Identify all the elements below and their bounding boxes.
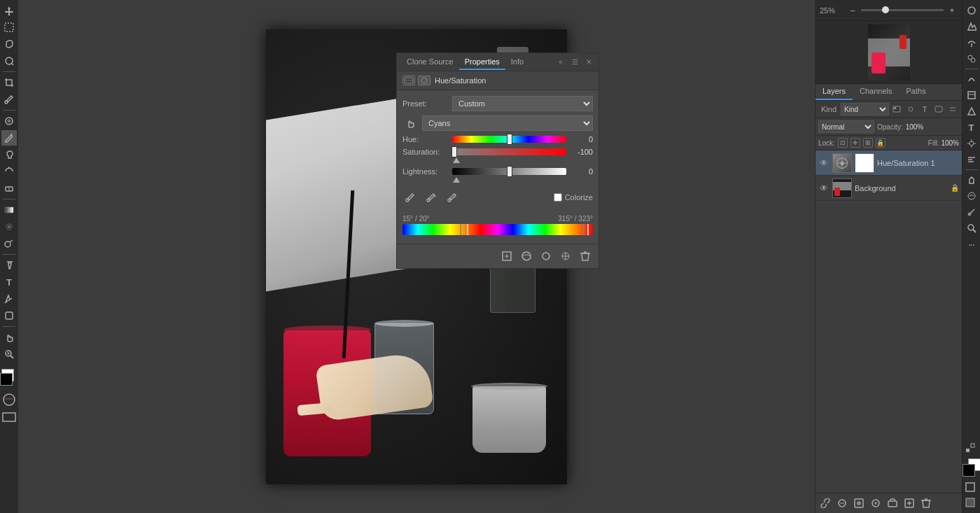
zoom-tool[interactable]: [1, 346, 17, 362]
layer-adj-btn[interactable]: [869, 496, 883, 510]
change-screen-btn[interactable]: [2, 412, 16, 423]
kind-filter-shape[interactable]: [932, 103, 945, 115]
layer-style-btn[interactable]: [835, 496, 849, 510]
fg-swatch-right[interactable]: [962, 464, 975, 477]
layer-group-btn[interactable]: [886, 496, 899, 510]
lasso-tool[interactable]: [1, 36, 17, 52]
layer-visibility-hue-sat[interactable]: 👁: [818, 157, 830, 169]
zoom-slider-thumb[interactable]: [882, 6, 889, 13]
right-tool-6[interactable]: [964, 87, 979, 103]
eyedropper-btn[interactable]: [402, 190, 418, 205]
lock-pixel-btn[interactable]: ⊡: [838, 138, 848, 148]
quick-select-tool[interactable]: [1, 53, 17, 69]
blend-mode-select[interactable]: Normal: [818, 120, 874, 133]
right-tool-9[interactable]: [964, 136, 979, 151]
right-tool-4[interactable]: [964, 51, 979, 66]
right-tool-bottom-3[interactable]: [962, 495, 978, 510]
channel-hand-icon[interactable]: [402, 115, 418, 131]
zoom-out-btn[interactable]: –: [847, 5, 858, 16]
pen-tool[interactable]: [1, 258, 17, 273]
kind-select[interactable]: Kind: [841, 103, 889, 115]
panel-menu-btn[interactable]: ☰: [569, 57, 580, 68]
layer-mask-btn[interactable]: [852, 496, 866, 510]
tab-channels[interactable]: Channels: [853, 84, 899, 100]
right-tool-13[interactable]: [964, 204, 979, 220]
kind-filter-adj[interactable]: [904, 103, 917, 115]
lock-position-btn[interactable]: ✛: [850, 138, 860, 148]
brush-tool[interactable]: [1, 130, 17, 146]
hue-slider-thumb[interactable]: [507, 134, 512, 145]
panel-delete-btn[interactable]: [578, 248, 593, 264]
right-tool-zoom[interactable]: [964, 220, 979, 236]
hue-slider-track[interactable]: [452, 136, 566, 143]
right-tool-10[interactable]: [964, 152, 979, 167]
panel-collapse-btn[interactable]: «: [555, 57, 566, 68]
kind-filter-type[interactable]: T: [918, 103, 931, 115]
svg-line-3: [11, 63, 13, 65]
panel-btn-2[interactable]: [519, 248, 534, 264]
channel-select[interactable]: Cyans: [422, 115, 593, 131]
lock-all-btn[interactable]: 🔒: [876, 138, 886, 148]
svg-marker-27: [453, 177, 460, 183]
colorize-checkbox[interactable]: [554, 193, 562, 202]
hand-tool[interactable]: [1, 330, 17, 345]
right-tool-11[interactable]: [964, 172, 979, 188]
layer-item-hue-sat[interactable]: 👁 Hue/Saturation 1: [816, 150, 962, 176]
panel-btn-3[interactable]: [538, 248, 554, 264]
svg-point-4: [5, 101, 8, 104]
layer-item-background[interactable]: 👁 Background 🔒: [816, 176, 962, 201]
lock-artboard-btn[interactable]: ⊞: [863, 138, 873, 148]
right-tool-1[interactable]: [964, 3, 979, 18]
layer-add-btn[interactable]: [902, 496, 916, 510]
marquee-tool[interactable]: [1, 20, 17, 35]
right-tool-2[interactable]: [964, 19, 979, 34]
kind-filter-more[interactable]: [946, 103, 959, 115]
path-select-tool[interactable]: [1, 291, 17, 307]
right-tool-bottom-1[interactable]: [962, 440, 978, 456]
eraser-tool[interactable]: [1, 181, 17, 196]
gradient-tool[interactable]: [1, 202, 17, 218]
lightness-slider-track[interactable]: [452, 168, 566, 175]
zoom-in-btn[interactable]: +: [946, 5, 958, 16]
move-tool[interactable]: [1, 3, 17, 18]
tab-paths[interactable]: Paths: [899, 84, 933, 100]
tab-properties[interactable]: Properties: [459, 55, 505, 70]
spot-heal-tool[interactable]: [1, 113, 17, 129]
right-tool-7[interactable]: [964, 104, 979, 119]
right-tool-5[interactable]: [964, 71, 979, 87]
shape-tool[interactable]: [1, 308, 17, 323]
tab-layers[interactable]: Layers: [816, 84, 853, 100]
foreground-color-swatch[interactable]: [0, 373, 13, 386]
layer-visibility-background[interactable]: 👁: [818, 183, 830, 194]
eyedropper-sub-btn[interactable]: -: [444, 190, 460, 205]
panel-btn-4[interactable]: [558, 248, 573, 264]
saturation-slider-thumb[interactable]: [451, 146, 457, 157]
tab-clone-source[interactable]: Clone Source: [401, 55, 459, 70]
layer-link-btn[interactable]: [818, 496, 832, 510]
crop-tool[interactable]: [1, 75, 17, 90]
eyedropper-add-btn[interactable]: +: [424, 190, 439, 205]
tab-info[interactable]: Info: [505, 55, 529, 70]
eyedropper-tool[interactable]: [1, 92, 17, 107]
range-bar[interactable]: [402, 224, 593, 235]
thumb-red-accent: [899, 35, 906, 49]
type-tool[interactable]: T: [1, 274, 17, 290]
layer-delete-btn[interactable]: [919, 496, 933, 510]
dodge-tool[interactable]: [1, 236, 17, 251]
right-tool-12[interactable]: [964, 188, 979, 204]
clone-stamp-tool[interactable]: [1, 147, 17, 162]
preset-select[interactable]: Custom: [452, 96, 593, 111]
panel-btn-1[interactable]: [499, 248, 514, 264]
panel-close-btn[interactable]: ✕: [583, 57, 594, 68]
right-tool-more[interactable]: ···: [964, 237, 979, 252]
quick-mask-btn[interactable]: [2, 393, 16, 408]
kind-filter-img[interactable]: [890, 103, 903, 115]
right-tool-8[interactable]: T: [964, 120, 979, 135]
right-tool-bottom-2[interactable]: [962, 479, 978, 495]
zoom-slider[interactable]: [861, 9, 944, 11]
right-tool-3[interactable]: [964, 35, 979, 50]
saturation-slider-track[interactable]: [452, 148, 566, 155]
blur-tool[interactable]: [1, 219, 17, 234]
lightness-slider-thumb[interactable]: [507, 166, 512, 177]
history-brush-tool[interactable]: [1, 164, 17, 179]
